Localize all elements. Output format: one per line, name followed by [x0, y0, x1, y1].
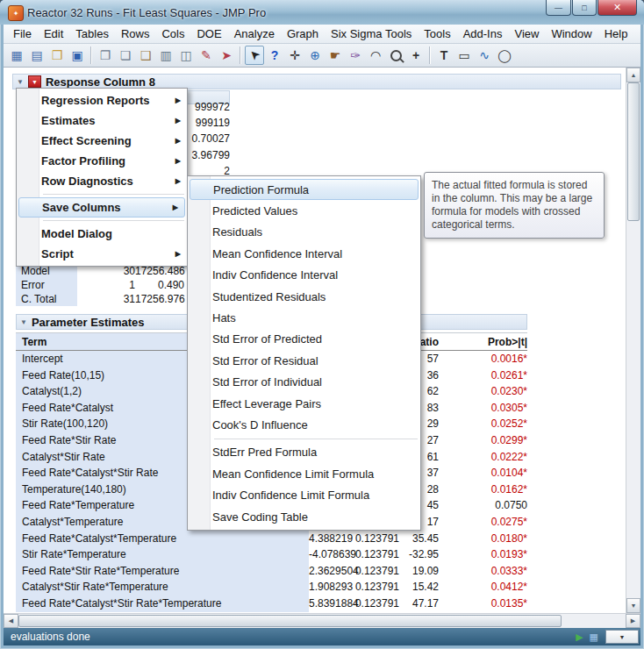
menu-item-factor-profiling[interactable]: Factor Profiling▶ [17, 151, 187, 171]
menu-add-ins[interactable]: Add-Ins [457, 25, 509, 42]
menu-item-studentized-residuals[interactable]: Studentized Residuals [188, 286, 420, 307]
run-indicator-icon[interactable]: ▶ [576, 632, 583, 642]
rect-tool-icon[interactable]: ▭ [454, 46, 474, 65]
menu-item-row-diagnostics[interactable]: Row Diagnostics▶ [17, 171, 187, 191]
menu-item-prediction-formula[interactable]: Prediction Formula [190, 179, 419, 200]
menu-item-regression-reports[interactable]: Regression Reports▶ [17, 90, 187, 111]
new-data-table-icon[interactable]: ▦ [7, 46, 26, 65]
new-journal-icon[interactable]: ▤ [27, 46, 47, 65]
crosshair-tool-icon[interactable]: + [406, 46, 426, 65]
menu-item-mean-confidence-limit-formula[interactable]: Mean Confidence Limit Formula [188, 463, 420, 484]
submenu-arrow-icon: ▶ [173, 203, 178, 211]
title-bar[interactable]: ✦ Reactor 32 Runs - Fit Least Squares - … [0, 0, 644, 25]
new-window-icon[interactable]: ❐ [96, 46, 115, 65]
scroll-up-button[interactable]: ▲ [626, 68, 640, 82]
close-button[interactable]: ✕ [597, 0, 637, 16]
menu-item-save-coding-table[interactable]: Save Coding Table [188, 506, 420, 527]
disclosure-triangle-icon[interactable]: ▼ [17, 78, 24, 86]
menu-tools[interactable]: Tools [418, 25, 456, 42]
menu-tables[interactable]: Tables [69, 25, 115, 42]
menu-item-std-error-of-residual[interactable]: Std Error of Residual [188, 350, 420, 371]
help-tool-icon[interactable]: ? [265, 46, 284, 65]
globe-tool-icon[interactable]: ⊕ [305, 46, 325, 65]
menu-file[interactable]: File [7, 25, 38, 42]
menu-item-std-error-of-predicted[interactable]: Std Error of Predicted [188, 329, 420, 350]
menu-graph[interactable]: Graph [281, 25, 325, 42]
anova-row[interactable]: C. Total3117256.976 [16, 292, 190, 306]
menu-item-effect-screening[interactable]: Effect Screening▶ [17, 131, 187, 151]
table-row[interactable]: Feed Rate*Catalyst*Temperature4.3882190.… [16, 531, 527, 547]
lasso-tool-icon[interactable]: ◠ [366, 46, 385, 65]
layout-icon[interactable]: ◫ [176, 46, 196, 65]
column-header-prob[interactable]: Prob>|t| [439, 333, 527, 350]
grabber-tool-icon[interactable]: ✛ [285, 46, 304, 65]
menu-item-predicted-values[interactable]: Predicted Values [188, 200, 420, 221]
menu-item-residuals[interactable]: Residuals [188, 222, 420, 243]
table-row[interactable]: Catalyst*Stir Rate*Temperature1.9082930.… [16, 579, 527, 596]
open-icon[interactable]: ❒ [47, 46, 67, 65]
vertical-scrollbar[interactable]: ▲ ▼ [626, 68, 640, 613]
menu-item-model-dialog[interactable]: Model Dialog [17, 224, 187, 244]
pe-prob: 0.0261* [439, 367, 527, 384]
hand-tool-icon[interactable]: ☛ [326, 46, 345, 65]
disclosure-triangle-icon[interactable]: ▼ [20, 318, 27, 326]
menu-separator [43, 220, 184, 221]
menu-window[interactable]: Window [545, 25, 597, 42]
menu-item-mean-confidence-interval[interactable]: Mean Confidence Interval [188, 243, 420, 264]
red-triangle-button[interactable]: ▼ [28, 75, 41, 88]
save-icon[interactable]: ▣ [68, 46, 87, 65]
maximize-button[interactable]: □ [572, 0, 597, 16]
jmp-app-icon[interactable]: ✦ [8, 5, 24, 21]
text-tool-icon[interactable]: T [434, 46, 454, 65]
menu-cols[interactable]: Cols [155, 25, 190, 42]
scroll-down-button[interactable]: ▼ [626, 598, 640, 613]
menu-six-sigma-tools[interactable]: Six Sigma Tools [325, 25, 418, 42]
oval-tool-icon[interactable]: ◯ [495, 46, 514, 65]
table-row[interactable]: Feed Rate*Catalyst*Stir Rate*Temperature… [16, 596, 527, 612]
menu-item-script[interactable]: Script▶ [17, 244, 187, 264]
pe-prob: 0.0275* [439, 514, 527, 531]
scroll-left-button[interactable]: ◀ [4, 614, 18, 628]
print-icon[interactable]: ▥ [156, 46, 175, 65]
annotate-icon[interactable]: ✎ [197, 46, 216, 65]
horizontal-scrollbar[interactable]: ◀ ▶ [4, 613, 640, 628]
menu-item-effect-leverage-pairs[interactable]: Effect Leverage Pairs [188, 393, 420, 414]
copy-icon[interactable]: ❏ [116, 46, 135, 65]
minimize-button[interactable]: — [546, 0, 571, 16]
menu-item-std-error-of-individual[interactable]: Std Error of Individual [188, 372, 420, 393]
menu-item-indiv-confidence-interval[interactable]: Indiv Confidence Interval [188, 265, 420, 286]
run-script-icon[interactable]: ➤ [217, 46, 236, 65]
anova-row[interactable]: Error10.490 [16, 278, 190, 292]
status-text: evaluations done [11, 631, 90, 643]
pe-term: Feed Rate*Catalyst*Stir Rate*Temperature [16, 596, 309, 612]
scroll-right-button[interactable]: ▶ [626, 614, 640, 628]
pe-prob: 0.0162* [439, 481, 527, 498]
menu-item-hats[interactable]: Hats [188, 307, 420, 328]
magnifier-tool-icon[interactable] [386, 46, 405, 65]
maximize-icon: □ [582, 4, 586, 12]
menu-item-indiv-confidence-limit-formula[interactable]: Indiv Confidence Limit Formula [188, 484, 420, 505]
close-icon: ✕ [613, 2, 621, 13]
brush-tool-icon[interactable]: ✑ [346, 46, 365, 65]
menu-analyze[interactable]: Analyze [228, 25, 281, 42]
pe-prob: 0.0252* [439, 416, 527, 432]
menu-help[interactable]: Help [598, 25, 634, 42]
menu-item-save-columns[interactable]: Save Columns▶ [18, 197, 185, 218]
menu-view[interactable]: View [508, 25, 545, 42]
menu-doe[interactable]: DOE [190, 25, 227, 42]
paste-icon[interactable]: ❑ [136, 46, 155, 65]
status-dropdown-button[interactable]: ▼ [605, 630, 639, 644]
vertical-scroll-thumb[interactable] [627, 82, 640, 221]
window-list-icon[interactable]: ▦ [590, 632, 598, 642]
menu-edit[interactable]: Edit [38, 25, 69, 42]
table-row[interactable]: Feed Rate*Stir Rate*Temperature2.3629504… [16, 563, 527, 580]
table-row[interactable]: Stir Rate*Temperature-4.0786390.123791-3… [16, 546, 527, 563]
menu-item-estimates[interactable]: Estimates▶ [17, 111, 187, 131]
menu-rows[interactable]: Rows [115, 25, 156, 42]
curve-tool-icon[interactable]: ∿ [475, 46, 494, 65]
menu-item-cook-s-d-influence[interactable]: Cook's D Influence [188, 414, 420, 435]
arrow-tool-icon[interactable]: ➤ [245, 46, 264, 65]
menu-item-stderr-pred-formula[interactable]: StdErr Pred Formula [188, 442, 420, 463]
pe-prob: 0.0193* [439, 546, 527, 563]
horizontal-scroll-thumb[interactable] [18, 615, 562, 627]
